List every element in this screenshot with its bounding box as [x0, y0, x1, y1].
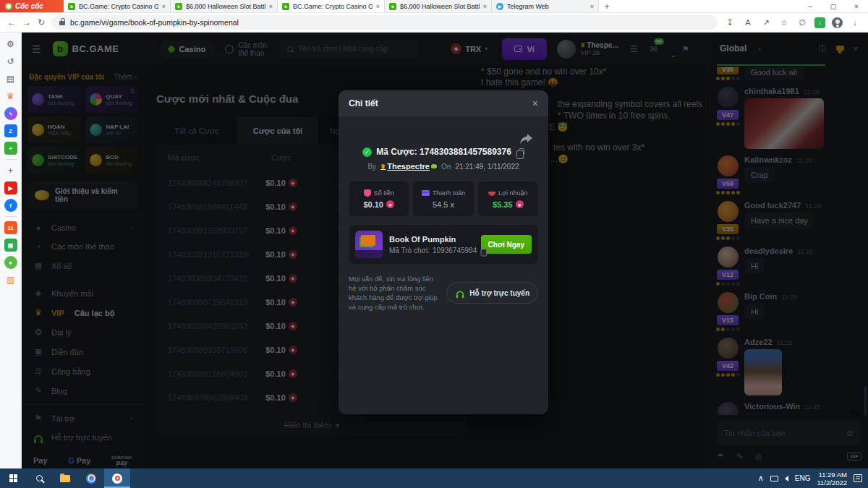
chrome-app[interactable]	[78, 468, 104, 488]
stat-payout: Thanh toán 54.5 x	[413, 181, 473, 216]
verified-check-icon: ✓	[362, 147, 372, 157]
translate-icon[interactable]: A	[742, 18, 754, 27]
coccoc-icon	[112, 474, 122, 484]
games-controller-icon[interactable]: +	[4, 142, 17, 155]
share-icon[interactable]: ↗	[760, 18, 772, 27]
history-icon[interactable]: ↺	[4, 55, 17, 68]
coccoc-app-active[interactable]	[104, 468, 130, 488]
start-button[interactable]	[0, 468, 26, 488]
on-label: On	[441, 163, 451, 171]
facebook-icon[interactable]: f	[4, 199, 17, 212]
feed-icon[interactable]: ▤	[4, 72, 17, 85]
bcgame-favicon: b	[282, 3, 289, 10]
chrome-icon	[86, 474, 96, 484]
tab-title: BC.Game: Crypto Casino Gan	[293, 3, 373, 10]
tab-bcgame-1[interactable]: bBC.Game: Crypto Casino Gan×	[64, 0, 171, 12]
support-text: Mọi vấn đề, xin vui lòng liên hệ với bộ …	[349, 274, 439, 312]
browser-profile-avatar[interactable]	[832, 17, 843, 28]
game-thumbnail[interactable]	[355, 231, 383, 258]
tab-halloween-2[interactable]: b$6,000 Halloween Slot Battle×	[385, 0, 492, 12]
tab-title: BC.Game: Crypto Casino Gan	[79, 3, 158, 10]
add-shortcut-icon[interactable]: +	[4, 164, 17, 177]
action-center-icon[interactable]	[854, 474, 862, 482]
download-manager-icon[interactable]: ↓	[814, 17, 825, 28]
save-page-icon[interactable]: ↧	[724, 18, 736, 27]
bcgame-favicon: b	[175, 3, 182, 10]
tab-close-icon[interactable]: ×	[590, 3, 594, 10]
tab-title: $6,000 Halloween Slot Battle	[400, 3, 480, 10]
tab-close-icon[interactable]: ×	[376, 3, 380, 10]
bet-details-modal: Chi tiết × ✓ Mã Cược: 174830388145758937…	[339, 90, 548, 414]
new-tab-button[interactable]: +	[599, 0, 615, 12]
divider	[5, 159, 17, 160]
bet-stats: Số tiền $0.10◆ Thanh toán 54.5 x Lợi nhu…	[349, 181, 538, 216]
coccoc-brand-label: Cốc cốc	[15, 2, 43, 10]
by-label: By	[367, 163, 376, 171]
bet-id-label: Mã Cược:	[376, 147, 417, 157]
modal-title: Chi tiết	[349, 98, 378, 108]
profit-hand-icon	[488, 192, 495, 196]
close-modal-icon[interactable]: ×	[532, 98, 538, 109]
tab-close-icon[interactable]: ×	[269, 3, 273, 10]
windows-taskbar: ∧ ENG 11:29 AM11/2/2022	[0, 468, 868, 488]
play-now-button[interactable]: Chơi Ngay	[481, 235, 532, 254]
forward-icon[interactable]: →	[22, 17, 31, 27]
file-explorer[interactable]	[52, 468, 78, 488]
telegram-favicon: ▶	[496, 3, 503, 10]
gift-icon[interactable]: ▣	[4, 239, 17, 252]
bet-author-row: By ♛Thespectre On 21:21:49, 1/11/2022	[339, 162, 548, 171]
copy-game-id-icon[interactable]	[482, 247, 484, 254]
support-row: Mọi vấn đề, xin vui lòng liên hệ với bộ …	[349, 274, 538, 312]
stat-profit: Lợi nhuận $5.35◆	[478, 181, 538, 216]
close-window-button[interactable]: ×	[845, 0, 868, 12]
cart-icon[interactable]: ▥	[4, 273, 17, 286]
network-icon[interactable]	[770, 476, 778, 481]
game-info-card: Book Of Pumpkin Mã Trò chơi: 10936745984…	[349, 225, 538, 264]
crown-vip-icon[interactable]: ♛	[4, 90, 17, 103]
browser-tabstrip: Cốc cốc bBC.Game: Crypto Casino Gan× b$6…	[0, 0, 868, 13]
windows-logo-icon	[9, 474, 17, 482]
bcgame-favicon: b	[68, 3, 75, 10]
bookmark-star-icon[interactable]: ☆	[778, 18, 790, 27]
screen: Cốc cốc bBC.Game: Crypto Casino Gan× b$6…	[0, 0, 868, 488]
downloads-icon[interactable]: ↓	[849, 18, 861, 27]
player-link[interactable]: ♛Thespectre	[380, 162, 437, 171]
zalo-icon[interactable]: Z	[4, 124, 17, 137]
settings-gear-icon[interactable]: ⚙	[4, 38, 17, 51]
tab-title: Telegram Web	[507, 3, 587, 10]
trx-coin-icon: ◆	[516, 200, 524, 208]
speaker-icon[interactable]	[785, 476, 788, 481]
url-text: bc.game/vi/game/book-of-pumpkin-by-spino…	[70, 18, 239, 27]
share-bet-icon[interactable]	[520, 134, 532, 147]
shop-icon[interactable]: ●	[4, 256, 17, 269]
tab-close-icon[interactable]: ×	[483, 3, 487, 10]
modal-header: Chi tiết ×	[339, 90, 548, 116]
maximize-button[interactable]: ▢	[822, 0, 845, 12]
tab-title: $6,000 Halloween Slot Battle	[186, 3, 265, 10]
sale-1111-icon[interactable]: 11	[4, 221, 17, 234]
divider	[5, 216, 17, 217]
tab-bcgame-2-active[interactable]: bBC.Game: Crypto Casino Gan×	[278, 0, 385, 12]
clock[interactable]: 11:29 AM11/2/2022	[817, 471, 847, 487]
tab-close-icon[interactable]: ×	[162, 3, 166, 10]
reload-icon[interactable]: ↻	[38, 17, 45, 27]
language-indicator[interactable]: ENG	[795, 474, 811, 482]
tab-halloween-1[interactable]: b$6,000 Halloween Slot Battle×	[171, 0, 278, 12]
coccoc-brand[interactable]: Cốc cốc	[0, 0, 64, 12]
game-id-label: Mã Trò chơi:	[389, 247, 430, 254]
trx-coin-icon: ◆	[386, 200, 394, 208]
url-bar[interactable]: bc.game/vi/game/book-of-pumpkin-by-spino…	[51, 15, 718, 30]
messenger-icon[interactable]: ϟ	[4, 107, 17, 120]
back-icon[interactable]: ←	[7, 17, 16, 27]
tab-telegram[interactable]: ▶Telegram Web×	[492, 0, 599, 12]
live-support-button[interactable]: Hỗ trợ trực tuyến	[446, 282, 538, 304]
moneybag-icon	[364, 189, 371, 197]
folder-icon	[60, 475, 70, 482]
youtube-icon[interactable]: ▶	[4, 181, 17, 194]
adblock-shield-icon[interactable]: ∅	[796, 18, 808, 27]
minimize-button[interactable]: –	[799, 0, 822, 12]
copy-bet-id-icon[interactable]	[519, 148, 524, 155]
taskbar-search[interactable]	[26, 468, 52, 488]
stat-amount: Số tiền $0.10◆	[349, 181, 409, 216]
tray-chevron-up-icon[interactable]: ∧	[758, 474, 764, 483]
